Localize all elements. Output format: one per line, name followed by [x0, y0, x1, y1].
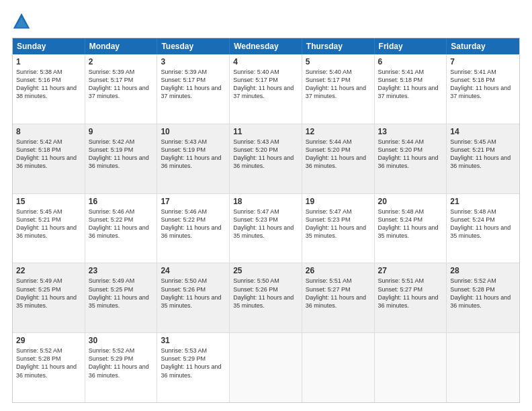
cell-info: Sunrise: 5:48 AMSunset: 5:24 PMDaylight:…: [378, 208, 443, 240]
day-number: 14: [450, 127, 516, 136]
calendar-cell: [230, 333, 302, 402]
calendar-cell: 6Sunrise: 5:41 AMSunset: 5:18 PMDaylight…: [375, 54, 447, 124]
day-number: 11: [233, 127, 298, 136]
cell-info: Sunrise: 5:42 AMSunset: 5:18 PMDaylight:…: [16, 138, 81, 171]
day-number: 9: [89, 127, 154, 136]
calendar-cell: 5Sunrise: 5:40 AMSunset: 5:17 PMDaylight…: [302, 54, 375, 124]
calendar-cell: [375, 333, 447, 402]
calendar-body: 1Sunrise: 5:38 AMSunset: 5:16 PMDaylight…: [13, 54, 519, 402]
cell-info: Sunrise: 5:43 AMSunset: 5:20 PMDaylight:…: [233, 138, 298, 171]
header-day-thursday: Thursday: [302, 38, 375, 54]
day-number: 22: [16, 266, 81, 275]
cell-info: Sunrise: 5:46 AMSunset: 5:22 PMDaylight:…: [161, 208, 226, 240]
day-number: 29: [16, 336, 81, 345]
calendar-cell: 30Sunrise: 5:52 AMSunset: 5:29 PMDayligh…: [85, 333, 158, 402]
cell-info: Sunrise: 5:45 AMSunset: 5:21 PMDaylight:…: [16, 208, 81, 240]
day-number: 3: [161, 57, 226, 66]
cell-info: Sunrise: 5:51 AMSunset: 5:27 PMDaylight:…: [378, 277, 443, 310]
page: SundayMondayTuesdayWednesdayThursdayFrid…: [0, 0, 532, 411]
day-number: 15: [16, 197, 81, 206]
cell-info: Sunrise: 5:39 AMSunset: 5:17 PMDaylight:…: [89, 68, 154, 101]
day-number: 7: [450, 57, 516, 66]
day-number: 19: [306, 197, 371, 206]
day-number: 21: [450, 197, 516, 206]
calendar-cell: 11Sunrise: 5:43 AMSunset: 5:20 PMDayligh…: [230, 124, 302, 193]
header-day-saturday: Saturday: [447, 38, 519, 54]
cell-info: Sunrise: 5:53 AMSunset: 5:29 PMDaylight:…: [161, 347, 226, 379]
calendar-cell: 25Sunrise: 5:50 AMSunset: 5:26 PMDayligh…: [230, 263, 302, 332]
calendar-cell: 23Sunrise: 5:49 AMSunset: 5:25 PMDayligh…: [85, 263, 158, 332]
header-day-monday: Monday: [85, 38, 158, 54]
cell-info: Sunrise: 5:42 AMSunset: 5:19 PMDaylight:…: [89, 138, 154, 171]
header-day-friday: Friday: [375, 38, 447, 54]
calendar-cell: 3Sunrise: 5:39 AMSunset: 5:17 PMDaylight…: [157, 54, 230, 124]
cell-info: Sunrise: 5:46 AMSunset: 5:22 PMDaylight:…: [89, 208, 154, 240]
day-number: 6: [378, 57, 443, 66]
cell-info: Sunrise: 5:44 AMSunset: 5:20 PMDaylight:…: [306, 138, 371, 171]
cell-info: Sunrise: 5:50 AMSunset: 5:26 PMDaylight:…: [161, 277, 226, 310]
calendar-cell: 27Sunrise: 5:51 AMSunset: 5:27 PMDayligh…: [375, 263, 447, 332]
calendar-cell: 24Sunrise: 5:50 AMSunset: 5:26 PMDayligh…: [157, 263, 230, 332]
calendar-cell: 29Sunrise: 5:52 AMSunset: 5:28 PMDayligh…: [13, 333, 85, 402]
logo: [12, 12, 34, 31]
logo-icon: [12, 12, 31, 31]
cell-info: Sunrise: 5:47 AMSunset: 5:23 PMDaylight:…: [306, 208, 371, 240]
calendar-cell: 22Sunrise: 5:49 AMSunset: 5:25 PMDayligh…: [13, 263, 85, 332]
calendar-cell: 19Sunrise: 5:47 AMSunset: 5:23 PMDayligh…: [302, 194, 375, 263]
calendar-week-2: 8Sunrise: 5:42 AMSunset: 5:18 PMDaylight…: [13, 124, 519, 194]
day-number: 12: [306, 127, 371, 136]
cell-info: Sunrise: 5:43 AMSunset: 5:19 PMDaylight:…: [161, 138, 226, 171]
day-number: 25: [233, 266, 298, 275]
calendar-cell: 12Sunrise: 5:44 AMSunset: 5:20 PMDayligh…: [302, 124, 375, 193]
day-number: 27: [378, 266, 443, 275]
day-number: 20: [378, 197, 443, 206]
day-number: 18: [233, 197, 298, 206]
calendar-week-3: 15Sunrise: 5:45 AMSunset: 5:21 PMDayligh…: [13, 194, 519, 264]
cell-info: Sunrise: 5:40 AMSunset: 5:17 PMDaylight:…: [306, 68, 371, 101]
header-day-sunday: Sunday: [13, 38, 85, 54]
calendar-cell: 16Sunrise: 5:46 AMSunset: 5:22 PMDayligh…: [85, 194, 158, 263]
calendar-cell: 1Sunrise: 5:38 AMSunset: 5:16 PMDaylight…: [13, 54, 85, 124]
cell-info: Sunrise: 5:51 AMSunset: 5:27 PMDaylight:…: [306, 277, 371, 310]
day-number: 4: [233, 57, 298, 66]
calendar-cell: 13Sunrise: 5:44 AMSunset: 5:20 PMDayligh…: [375, 124, 447, 193]
calendar-cell: 28Sunrise: 5:52 AMSunset: 5:28 PMDayligh…: [447, 263, 519, 332]
calendar-cell: 14Sunrise: 5:45 AMSunset: 5:21 PMDayligh…: [447, 124, 519, 193]
calendar-cell: 18Sunrise: 5:47 AMSunset: 5:23 PMDayligh…: [230, 194, 302, 263]
calendar-cell: 8Sunrise: 5:42 AMSunset: 5:18 PMDaylight…: [13, 124, 85, 193]
calendar-cell: 31Sunrise: 5:53 AMSunset: 5:29 PMDayligh…: [157, 333, 230, 402]
cell-info: Sunrise: 5:41 AMSunset: 5:18 PMDaylight:…: [450, 68, 516, 101]
cell-info: Sunrise: 5:49 AMSunset: 5:25 PMDaylight:…: [89, 277, 154, 310]
cell-info: Sunrise: 5:45 AMSunset: 5:21 PMDaylight:…: [450, 138, 516, 171]
calendar-cell: [302, 333, 375, 402]
header-day-tuesday: Tuesday: [157, 38, 230, 54]
calendar-cell: 17Sunrise: 5:46 AMSunset: 5:22 PMDayligh…: [157, 194, 230, 263]
cell-info: Sunrise: 5:47 AMSunset: 5:23 PMDaylight:…: [233, 208, 298, 240]
calendar-cell: [447, 333, 519, 402]
calendar-header: SundayMondayTuesdayWednesdayThursdayFrid…: [13, 38, 519, 54]
day-number: 17: [161, 197, 226, 206]
cell-info: Sunrise: 5:52 AMSunset: 5:29 PMDaylight:…: [89, 347, 154, 379]
calendar-week-4: 22Sunrise: 5:49 AMSunset: 5:25 PMDayligh…: [13, 263, 519, 333]
cell-info: Sunrise: 5:48 AMSunset: 5:24 PMDaylight:…: [450, 208, 516, 240]
day-number: 28: [450, 266, 516, 275]
calendar-cell: 10Sunrise: 5:43 AMSunset: 5:19 PMDayligh…: [157, 124, 230, 193]
header: [12, 12, 520, 31]
calendar-cell: 2Sunrise: 5:39 AMSunset: 5:17 PMDaylight…: [85, 54, 158, 124]
day-number: 23: [89, 266, 154, 275]
calendar-cell: 9Sunrise: 5:42 AMSunset: 5:19 PMDaylight…: [85, 124, 158, 193]
day-number: 1: [16, 57, 81, 66]
calendar-cell: 4Sunrise: 5:40 AMSunset: 5:17 PMDaylight…: [230, 54, 302, 124]
calendar-week-1: 1Sunrise: 5:38 AMSunset: 5:16 PMDaylight…: [13, 54, 519, 124]
calendar-week-5: 29Sunrise: 5:52 AMSunset: 5:28 PMDayligh…: [13, 333, 519, 402]
cell-info: Sunrise: 5:52 AMSunset: 5:28 PMDaylight:…: [16, 347, 81, 379]
day-number: 24: [161, 266, 226, 275]
calendar-cell: 26Sunrise: 5:51 AMSunset: 5:27 PMDayligh…: [302, 263, 375, 332]
calendar-cell: 21Sunrise: 5:48 AMSunset: 5:24 PMDayligh…: [447, 194, 519, 263]
cell-info: Sunrise: 5:49 AMSunset: 5:25 PMDaylight:…: [16, 277, 81, 310]
day-number: 16: [89, 197, 154, 206]
cell-info: Sunrise: 5:39 AMSunset: 5:17 PMDaylight:…: [161, 68, 226, 101]
calendar-cell: 15Sunrise: 5:45 AMSunset: 5:21 PMDayligh…: [13, 194, 85, 263]
day-number: 30: [89, 336, 154, 345]
day-number: 26: [306, 266, 371, 275]
